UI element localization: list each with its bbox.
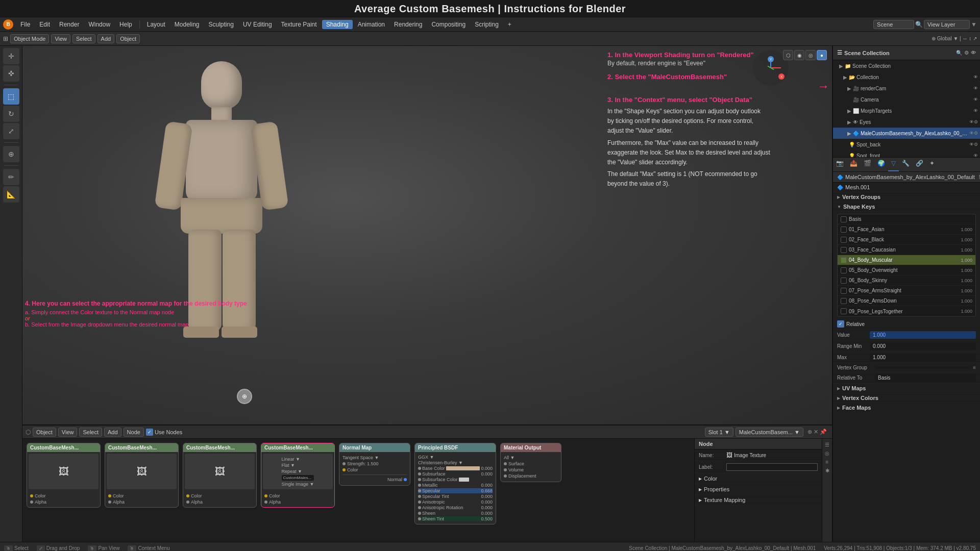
rendered-btn[interactable]: ●	[817, 50, 827, 60]
node-view-btn[interactable]: View	[58, 428, 78, 437]
prop-tab-scene[interactable]: 🎬	[861, 158, 874, 171]
workspace-compositing[interactable]: Compositing	[427, 20, 470, 29]
sk-face-asian[interactable]: 01_Face_Asian 1.000	[838, 224, 975, 235]
node-tex-muscular[interactable]: CustomBaseMesh... 🖼 Color Alpha	[27, 443, 101, 508]
sk-body-overweight[interactable]: 05_Body_Overweight 1.000	[838, 265, 975, 276]
material-selector[interactable]: MaleCustomBasem... ▼	[736, 428, 803, 437]
sk-body-muscular[interactable]: 04_Body_Muscular 1.000	[838, 255, 975, 265]
view-layer-selector[interactable]	[924, 20, 970, 29]
node-properties-toggle[interactable]: ▶ Properties	[699, 486, 818, 492]
node-select-btn[interactable]: Select	[79, 428, 102, 437]
viewport-3d[interactable]: 1. In the Viewport Shading turn on "Rend…	[22, 46, 832, 424]
workspace-shading[interactable]: Shading	[322, 20, 353, 29]
node-node-btn[interactable]: Node	[124, 428, 144, 437]
node-tex-averaging[interactable]: CustomBaseMesh... Linear ▼ Flat ▼ Repeat…	[261, 443, 335, 508]
node-bsdf[interactable]: Principled BSDF GGX ▼ Christensen-Burley…	[414, 443, 496, 524]
side-icon-3[interactable]: ≡	[826, 459, 829, 465]
node-normal-map[interactable]: Normal Map Tangent Space ▼ Strength: 1.5…	[339, 443, 410, 486]
node-add-btn[interactable]: Add	[104, 428, 121, 437]
slot-selector[interactable]: Slot 1 ▼	[705, 428, 733, 437]
tool-select[interactable]: ⬚	[3, 88, 19, 105]
outliner-item-scene-collection[interactable]: ▶ 📁 Scene Collection	[833, 60, 980, 71]
node-canvas[interactable]: CustomBaseMesh... 🖼 Color Alpha	[22, 439, 694, 542]
use-nodes-checkbox[interactable]: ✓	[146, 429, 153, 436]
menu-render[interactable]: Render	[55, 20, 83, 29]
outliner-item-eyes[interactable]: ▶ 👁 Eyes 👁 ⚙	[833, 116, 980, 128]
outliner-item-collection[interactable]: ▶ 📂 Collection 👁	[833, 71, 980, 83]
select-btn[interactable]: Select	[72, 34, 95, 43]
workspace-modeling[interactable]: Modeling	[170, 20, 204, 29]
face-maps-section[interactable]: ▶ Face Maps	[833, 403, 980, 412]
shape-keys-section[interactable]: ▼ Shape Keys	[833, 202, 980, 212]
outliner-item-rendercam[interactable]: ▶ 🎥 renderCam 👁	[833, 83, 980, 94]
prop-tab-object-data[interactable]: ▽	[888, 158, 899, 171]
range-max-field[interactable]: 1.000	[870, 354, 976, 361]
relative-to-field[interactable]: Basis	[875, 374, 976, 382]
prop-tab-particles[interactable]: ✦	[926, 158, 938, 171]
tool-scale[interactable]: ⤢	[3, 123, 19, 139]
sk-pose-legstogether[interactable]: 09_Pose_LegsTogether 1.000	[838, 306, 975, 316]
view-btn[interactable]: View	[51, 34, 70, 43]
outliner-eye-icon[interactable]: 👁	[971, 50, 976, 56]
tool-annotate[interactable]: ✏	[3, 169, 19, 185]
workspace-texture-paint[interactable]: Texture Paint	[277, 20, 321, 29]
workspace-sculpting[interactable]: Sculpting	[205, 20, 238, 29]
workspace-rendering[interactable]: Rendering	[390, 20, 426, 29]
menu-file[interactable]: File	[16, 20, 34, 29]
material-btn[interactable]: ◎	[805, 50, 816, 60]
tool-measure[interactable]: 📐	[3, 186, 19, 203]
side-icon-4[interactable]: ✱	[825, 468, 829, 473]
sk-pose-armsdown[interactable]: 08_Pose_ArmsDown 1.000	[838, 296, 975, 306]
prop-tab-world[interactable]: 🌍	[874, 158, 888, 171]
sk-face-black[interactable]: 02_Face_Black 1.000	[838, 235, 975, 245]
workspace-add[interactable]: +	[504, 20, 516, 29]
tool-move[interactable]: ✜	[3, 65, 19, 82]
outliner-settings-icon[interactable]: ⚙	[964, 50, 969, 56]
gizmo-top-dot[interactable]: Y	[768, 56, 774, 62]
relative-checkbox[interactable]: ✓	[837, 320, 844, 328]
outliner-item-spot-front[interactable]: 💡 Spot_front 👁	[833, 150, 980, 157]
prop-tab-render[interactable]: 📷	[833, 158, 847, 171]
node-label-input[interactable]	[726, 463, 818, 471]
menu-window[interactable]: Window	[84, 20, 114, 29]
node-tex-skinny[interactable]: CustomBaseMesh... 🖼 Color Alpha	[183, 443, 257, 508]
side-icon-1[interactable]: ☰	[825, 442, 829, 447]
object-mode-btn[interactable]: Object Mode	[10, 34, 49, 43]
outliner-item-camera[interactable]: 🎥 Camera 👁	[833, 94, 980, 105]
use-nodes-toggle[interactable]: ✓ Use Nodes	[146, 429, 182, 436]
tool-cursor[interactable]: ✛	[3, 48, 19, 64]
sk-basis[interactable]: Basis	[838, 214, 975, 224]
sk-face-caucasian[interactable]: 03_Face_Caucasian 1.000	[838, 245, 975, 255]
node-object-btn[interactable]: Object	[33, 428, 56, 437]
prop-tab-output[interactable]: 📤	[847, 158, 861, 171]
range-min-field[interactable]: 0.000	[870, 342, 976, 350]
node-tex-overweight[interactable]: CustomBaseMesh... 🖼 Color Alpha	[105, 443, 179, 508]
workspace-uv-editing[interactable]: UV Editing	[239, 20, 276, 29]
scene-selector[interactable]	[873, 20, 914, 29]
menu-help[interactable]: Help	[115, 20, 136, 29]
vertex-group-field[interactable]	[875, 367, 971, 369]
workspace-scripting[interactable]: Scripting	[471, 20, 503, 29]
outliner-item-spot-back[interactable]: 💡 Spot_back 👁 ⚙	[833, 139, 980, 150]
sk-pose-armsstraight[interactable]: 07_Pose_ArmsStraight 1.000	[838, 286, 975, 296]
object-btn[interactable]: Object	[116, 34, 140, 43]
node-texture-mapping-toggle[interactable]: ▶ Texture Mapping	[699, 497, 818, 503]
outliner-item-male-basemesh[interactable]: ▶ 🔷 MaleCustomBasemesh_by_AlexLashko_00_…	[833, 128, 980, 139]
gizmo-right-dot[interactable]: X	[778, 73, 785, 80]
node-color-toggle[interactable]: ▶ Color	[699, 475, 818, 482]
outliner-item-morphtargets[interactable]: ▶ ⬜ MorphTargets 👁	[833, 105, 980, 116]
menu-edit[interactable]: Edit	[35, 20, 54, 29]
wireframe-btn[interactable]: ⬡	[783, 50, 793, 60]
add-btn[interactable]: Add	[97, 34, 115, 43]
sk-body-skinny[interactable]: 06_Body_Skinny 1.000	[838, 276, 975, 286]
vertex-colors-section[interactable]: ▶ Vertex Colors	[833, 393, 980, 403]
solid-btn[interactable]: ◉	[794, 50, 804, 60]
outliner-filter-icon[interactable]: 🔍	[956, 50, 962, 56]
value-field[interactable]: 1.000	[870, 331, 976, 339]
workspace-animation[interactable]: Animation	[354, 20, 389, 29]
workspace-layout[interactable]: Layout	[143, 20, 169, 29]
node-material-output[interactable]: Material Output All ▼ Surface Volume	[500, 443, 561, 482]
uv-maps-section[interactable]: ▶ UV Maps	[833, 384, 980, 393]
prop-tab-constraints[interactable]: 🔗	[913, 158, 926, 171]
side-icon-2[interactable]: ◎	[825, 450, 829, 456]
